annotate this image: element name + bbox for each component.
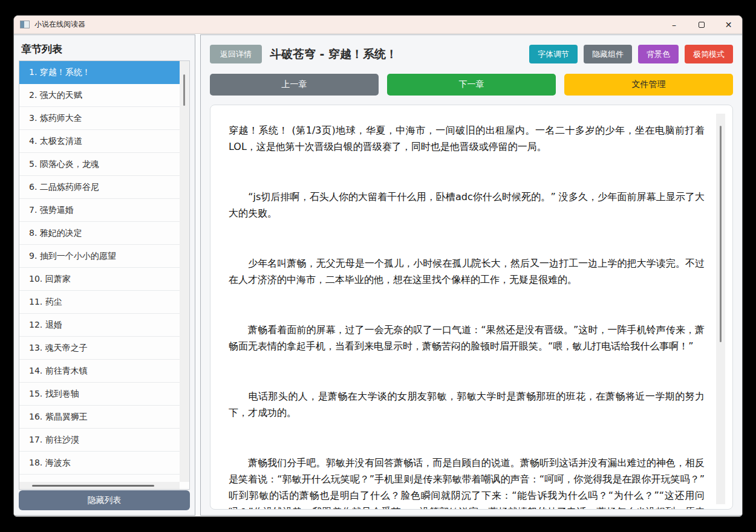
maximize-icon [699, 22, 705, 28]
chapter-item-16[interactable]: 16. 紫晶翼狮王 [19, 406, 180, 429]
file-manager-button[interactable]: 文件管理 [564, 74, 733, 96]
chapter-listbox: 1. 穿越！系统！ 2. 强大的天赋 3. 炼药师大全 4. 太极玄清道 5. … [19, 60, 190, 490]
background-color-button[interactable]: 背景色 [638, 45, 679, 63]
reader-content-card: 穿越！系统！ (第1/3页)地球，华夏，中海市，一间破旧的出租屋内。一名二十多岁… [210, 105, 733, 510]
paragraph: 萧畅看着面前的屏幕，过了一会无奈的叹了一口气道：“果然还是没有晋级。”这时，一阵… [229, 322, 705, 354]
reader-toolbar: 字体调节 隐藏组件 背景色 极简模式 [529, 45, 733, 63]
chapter-item-11[interactable]: 11. 药尘 [19, 291, 180, 314]
paragraph: 少年名叫萧畅，无父无母是一个孤儿，小时候在孤儿院长大，然后又一边打工一边上学的把… [229, 255, 705, 288]
chapter-item-14[interactable]: 14. 前往青木镇 [19, 360, 180, 383]
app-window: 小说在线阅读器 – ✕ 章节列表 1. 穿越！系统！ 2. 强大的天赋 3. 炼… [13, 15, 743, 517]
scrollbar-thumb[interactable] [183, 74, 185, 106]
minimize-button[interactable]: – [660, 16, 688, 33]
hide-list-button[interactable]: 隐藏列表 [19, 490, 190, 510]
reader-panel: 返回详情 斗破苍穹 - 穿越！系统！ 字体调节 隐藏组件 背景色 极简模式 上一… [200, 34, 742, 516]
chapter-item-5[interactable]: 5. 陨落心炎，龙魂 [19, 153, 180, 176]
window-controls: – ✕ [660, 16, 742, 33]
chapter-item-1[interactable]: 1. 穿越！系统！ [19, 61, 180, 84]
back-to-details-button[interactable]: 返回详情 [210, 45, 262, 63]
chapter-items: 1. 穿越！系统！ 2. 强大的天赋 3. 炼药师大全 4. 太极玄清道 5. … [19, 61, 180, 482]
chapter-item-6[interactable]: 6. 二品炼药师谷尼 [19, 176, 180, 199]
font-adjust-button[interactable]: 字体调节 [529, 45, 578, 63]
minimal-mode-button[interactable]: 极简模式 [685, 45, 733, 63]
chapter-item-3[interactable]: 3. 炼药师大全 [19, 107, 180, 130]
titlebar: 小说在线阅读器 – ✕ [14, 16, 742, 34]
chapter-item-2[interactable]: 2. 强大的天赋 [19, 84, 180, 107]
scrollbar-thumb[interactable] [32, 485, 154, 487]
content-vertical-scrollbar[interactable] [716, 114, 725, 504]
chapter-title: 斗破苍穹 - 穿越！系统！ [270, 47, 529, 62]
close-button[interactable]: ✕ [715, 16, 742, 33]
paragraph: 萧畅我们分手吧。郭敏并没有回答萧畅话，而是自顾自的说道。萧畅听到这话并没有漏出难… [229, 455, 705, 509]
chapter-text: 穿越！系统！ (第1/3页)地球，华夏，中海市，一间破旧的出租屋内。一名二十多岁… [210, 105, 715, 509]
paragraph: “js切后排啊，石头人你的大留着干什么用，卧槽adc你什么时候死的。” 没多久，… [229, 189, 705, 221]
paragraph: 电话那头的人，是萧畅在大学谈的女朋友郭敏，郭敏大学时是萧畅那班的班花，在萧畅将近… [229, 388, 705, 421]
main-area: 章节列表 1. 穿越！系统！ 2. 强大的天赋 3. 炼药师大全 4. 太极玄清… [14, 34, 742, 516]
hide-widgets-button[interactable]: 隐藏组件 [584, 45, 632, 63]
chapter-list-vertical-scrollbar[interactable] [180, 61, 189, 482]
chapter-item-4[interactable]: 4. 太极玄清道 [19, 130, 180, 153]
chapter-list-horizontal-scrollbar[interactable] [19, 482, 180, 489]
minimize-icon: – [672, 20, 676, 30]
app-icon [20, 21, 30, 28]
chapter-item-9[interactable]: 9. 抽到一个小小的愿望 [19, 245, 180, 268]
next-chapter-button[interactable]: 下一章 [387, 74, 556, 96]
chapter-list-panel: 章节列表 1. 穿越！系统！ 2. 强大的天赋 3. 炼药师大全 4. 太极玄清… [14, 34, 195, 516]
chapter-nav: 上一章 下一章 文件管理 [210, 74, 733, 96]
chapter-item-15[interactable]: 15. 找到卷轴 [19, 383, 180, 406]
reader-header: 返回详情 斗破苍穹 - 穿越！系统！ 字体调节 隐藏组件 背景色 极简模式 [210, 45, 733, 63]
chapter-item-13[interactable]: 13. 魂天帝之子 [19, 337, 180, 360]
chapter-list-title: 章节列表 [14, 35, 195, 56]
chapter-item-8[interactable]: 8. 雅妃的决定 [19, 222, 180, 245]
window-title: 小说在线阅读器 [34, 19, 660, 30]
maximize-button[interactable] [688, 16, 715, 33]
chapter-item-7[interactable]: 7. 强势逼婚 [19, 199, 180, 222]
scrollbar-thumb[interactable] [720, 126, 722, 342]
chapter-item-18[interactable]: 18. 海波东 [19, 452, 180, 475]
chapter-item-12[interactable]: 12. 退婚 [19, 314, 180, 337]
paragraph: 穿越！系统！ (第1/3页)地球，华夏，中海市，一间破旧的出租屋内。一名二十多岁… [229, 122, 705, 155]
chapter-item-17[interactable]: 17. 前往沙漠 [19, 429, 180, 452]
chapter-item-10[interactable]: 10. 回萧家 [19, 268, 180, 291]
prev-chapter-button[interactable]: 上一章 [210, 74, 379, 96]
close-icon: ✕ [725, 20, 732, 30]
